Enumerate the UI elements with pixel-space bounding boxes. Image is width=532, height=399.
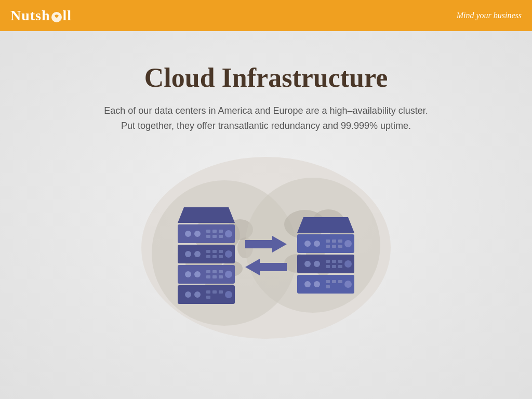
svg-rect-45 — [219, 275, 223, 278]
svg-rect-64 — [326, 245, 330, 248]
server-unit — [297, 234, 354, 253]
svg-marker-55 — [245, 236, 287, 252]
cloud-infrastructure-illustration — [131, 144, 401, 352]
svg-rect-50 — [206, 290, 210, 294]
arrow-right — [245, 236, 287, 252]
svg-rect-75 — [332, 265, 336, 268]
svg-rect-41 — [212, 270, 217, 273]
svg-rect-51 — [212, 290, 217, 294]
server-unit — [297, 275, 354, 294]
svg-point-46 — [225, 271, 232, 278]
svg-point-26 — [225, 230, 232, 237]
svg-point-18 — [185, 231, 191, 237]
svg-rect-21 — [212, 230, 217, 233]
svg-rect-31 — [212, 250, 217, 253]
right-server-rack — [297, 217, 354, 294]
svg-point-49 — [194, 291, 201, 298]
svg-rect-62 — [332, 240, 336, 243]
svg-rect-73 — [338, 260, 342, 263]
svg-point-48 — [185, 291, 191, 298]
svg-marker-56 — [245, 259, 287, 275]
svg-rect-65 — [332, 245, 336, 248]
server-top-left — [178, 207, 235, 223]
header: Nutshll Mind your business — [0, 0, 532, 31]
svg-rect-32 — [219, 250, 223, 253]
svg-rect-84 — [326, 285, 330, 288]
svg-point-19 — [194, 231, 201, 237]
svg-point-77 — [344, 260, 352, 268]
svg-rect-63 — [338, 240, 342, 243]
svg-point-80 — [314, 281, 320, 287]
main-content: Cloud Infrastructure Each of our data ce… — [0, 31, 532, 352]
svg-rect-22 — [219, 230, 223, 233]
sync-arrows — [245, 236, 287, 275]
svg-rect-81 — [326, 280, 330, 283]
svg-rect-44 — [212, 275, 217, 278]
page-description: Each of our data centers in America and … — [104, 103, 428, 134]
svg-rect-61 — [326, 240, 330, 243]
server-unit — [178, 224, 235, 243]
svg-marker-16 — [178, 207, 235, 223]
svg-marker-57 — [297, 217, 354, 233]
arrow-left — [245, 259, 287, 275]
svg-rect-82 — [332, 280, 336, 283]
svg-point-59 — [304, 241, 311, 247]
page-title: Cloud Infrastructure — [144, 62, 388, 93]
server-unit — [297, 255, 354, 273]
svg-point-79 — [304, 281, 311, 287]
svg-point-69 — [304, 261, 311, 267]
servers-container — [178, 207, 354, 304]
svg-point-38 — [185, 271, 191, 277]
svg-rect-40 — [206, 270, 210, 273]
svg-point-85 — [344, 281, 352, 288]
svg-rect-30 — [206, 250, 210, 253]
svg-rect-74 — [326, 265, 330, 268]
svg-rect-43 — [206, 275, 210, 278]
server-unit — [178, 285, 235, 304]
svg-rect-35 — [219, 255, 223, 258]
svg-point-29 — [194, 251, 201, 257]
svg-point-54 — [225, 291, 232, 298]
svg-point-67 — [344, 240, 352, 247]
tagline: Mind your business — [457, 11, 522, 20]
svg-rect-76 — [338, 265, 342, 268]
svg-rect-34 — [212, 255, 217, 258]
svg-rect-33 — [206, 255, 210, 258]
svg-rect-42 — [219, 270, 223, 273]
svg-point-39 — [194, 271, 201, 277]
svg-rect-72 — [332, 260, 336, 263]
svg-rect-83 — [338, 280, 342, 283]
svg-rect-66 — [338, 245, 342, 248]
svg-rect-24 — [212, 235, 217, 238]
svg-rect-53 — [206, 296, 210, 299]
svg-point-36 — [225, 250, 232, 258]
logo: Nutshll — [10, 7, 72, 24]
server-top-right — [297, 217, 354, 233]
svg-point-60 — [314, 241, 320, 247]
svg-point-28 — [185, 251, 191, 257]
left-server-rack — [178, 207, 235, 304]
svg-point-70 — [314, 261, 320, 267]
logo-text: Nutshll — [10, 7, 72, 24]
server-unit — [178, 245, 235, 263]
svg-rect-20 — [206, 230, 210, 233]
server-unit — [178, 265, 235, 284]
svg-rect-52 — [219, 290, 223, 294]
svg-rect-71 — [326, 260, 330, 263]
svg-rect-25 — [219, 235, 223, 238]
svg-rect-23 — [206, 235, 210, 238]
